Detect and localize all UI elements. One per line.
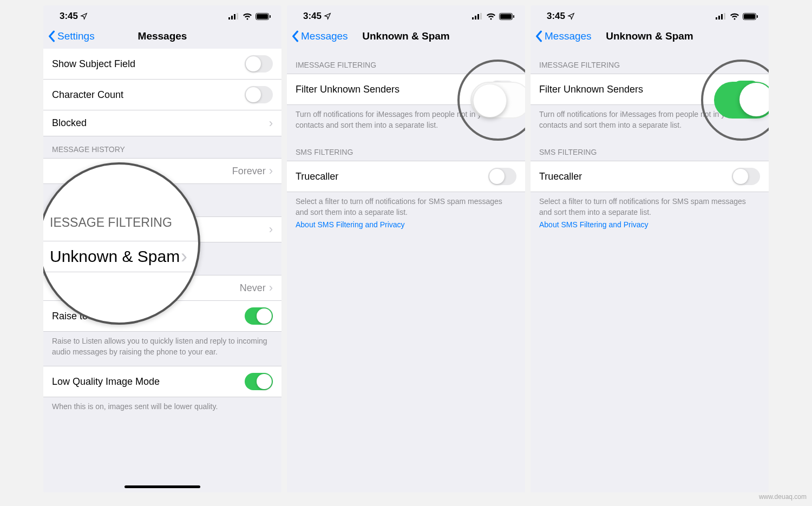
- row-label: Truecaller: [296, 171, 338, 182]
- sms-filtering-header: SMS FILTERING: [287, 139, 525, 161]
- chevron-right-icon: ›: [269, 117, 273, 129]
- sms-footer: Select a filter to turn off notification…: [287, 192, 525, 239]
- svg-rect-13: [513, 15, 514, 18]
- wifi-icon: [730, 13, 739, 20]
- location-arrow-icon: [324, 12, 331, 20]
- low-quality-toggle[interactable]: [245, 373, 273, 390]
- truecaller-row[interactable]: Truecaller: [287, 161, 525, 192]
- row-label: Low Quality Image Mode: [52, 376, 160, 387]
- navigation-bar: Messages Unknown & Spam: [287, 25, 525, 49]
- back-button[interactable]: Messages: [291, 30, 348, 42]
- svg-rect-7: [472, 17, 474, 19]
- big-toggle-on: [714, 82, 769, 119]
- location-arrow-icon: [80, 12, 88, 20]
- nav-title: Unknown & Spam: [362, 30, 450, 42]
- mag-header: IESSAGE FILTERING: [50, 215, 198, 241]
- back-label: Settings: [57, 30, 95, 42]
- wifi-icon: [486, 13, 496, 20]
- raise-footer: Raise to Listen allows you to quickly li…: [43, 332, 281, 366]
- mag-row-label: Unknown & Spam: [50, 247, 180, 266]
- truecaller-row[interactable]: Truecaller: [531, 161, 769, 192]
- row-value: Never: [240, 282, 266, 294]
- navigation-bar: Messages Unknown & Spam: [531, 25, 769, 49]
- back-label: Messages: [545, 30, 592, 42]
- home-indicator[interactable]: [125, 485, 200, 488]
- back-button[interactable]: Messages: [535, 30, 592, 42]
- svg-rect-5: [257, 14, 268, 19]
- svg-rect-20: [757, 15, 758, 18]
- cellular-signal-icon: [716, 13, 726, 19]
- svg-rect-17: [724, 13, 725, 19]
- character-count-toggle[interactable]: [245, 86, 273, 103]
- svg-rect-6: [270, 15, 271, 18]
- row-value: Forever: [232, 166, 266, 177]
- svg-rect-0: [228, 17, 230, 19]
- message-history-header: MESSAGE HISTORY: [43, 136, 281, 158]
- status-time: 3:45: [60, 11, 78, 22]
- svg-rect-1: [231, 16, 233, 19]
- chevron-left-icon: [535, 30, 542, 42]
- big-toggle-off: [470, 82, 525, 119]
- row-label: Character Count: [52, 89, 123, 101]
- svg-rect-3: [237, 13, 238, 19]
- status-time: 3:45: [547, 11, 565, 22]
- nav-title: Unknown & Spam: [606, 30, 693, 42]
- svg-rect-14: [716, 17, 717, 19]
- battery-icon: [743, 13, 758, 20]
- row-label: Filter Unknown Senders: [539, 84, 643, 95]
- status-bar: 3:45: [531, 5, 769, 25]
- lowq-footer: When this is on, images sent will be low…: [43, 397, 281, 421]
- svg-rect-12: [500, 14, 512, 19]
- chevron-right-icon: ›: [269, 282, 273, 294]
- wifi-icon: [243, 13, 252, 20]
- nav-title: Messages: [138, 30, 187, 42]
- row-label: Blocked: [52, 117, 87, 129]
- status-time: 3:45: [303, 11, 322, 22]
- location-arrow-icon: [567, 12, 575, 20]
- sms-footer: Select a filter to turn off notification…: [531, 192, 769, 239]
- sms-privacy-link[interactable]: About SMS Filtering and Privacy: [539, 220, 760, 231]
- magnifier-unknown-spam: IESSAGE FILTERING Unknown & Spam ›: [43, 162, 200, 325]
- svg-rect-8: [475, 16, 476, 19]
- svg-rect-15: [718, 16, 720, 19]
- phone-screen-unknown-spam-on: 3:45 Messages Unknown & Spam IMESSAGE FI…: [531, 5, 769, 492]
- battery-icon: [499, 13, 514, 20]
- cellular-signal-icon: [472, 13, 483, 19]
- show-subject-field-row[interactable]: Show Subject Field: [43, 49, 281, 80]
- navigation-bar: Settings Messages: [43, 25, 281, 49]
- raise-to-listen-toggle[interactable]: [245, 307, 273, 325]
- sms-footer-text: Select a filter to turn off notification…: [539, 197, 746, 216]
- back-label: Messages: [301, 30, 348, 42]
- svg-rect-9: [477, 14, 479, 19]
- svg-rect-16: [721, 14, 723, 19]
- row-label: Show Subject Field: [52, 58, 135, 70]
- sms-privacy-link[interactable]: About SMS Filtering and Privacy: [296, 220, 516, 231]
- truecaller-toggle[interactable]: [488, 168, 516, 185]
- status-bar: 3:45: [287, 5, 525, 25]
- chevron-left-icon: [291, 30, 299, 42]
- sms-filtering-header: SMS FILTERING: [531, 139, 769, 161]
- row-label: Truecaller: [539, 171, 582, 182]
- phone-screen-messages-settings: 3:45 Settings Messages Show Subject Fiel…: [43, 5, 281, 492]
- chevron-right-icon: ›: [181, 247, 187, 266]
- battery-icon: [256, 13, 271, 20]
- sms-footer-text: Select a filter to turn off notification…: [296, 197, 502, 216]
- svg-rect-2: [234, 14, 235, 19]
- truecaller-toggle[interactable]: [732, 168, 760, 185]
- chevron-left-icon: [48, 30, 55, 42]
- row-label: Filter Unknown Senders: [296, 84, 400, 95]
- chevron-right-icon: ›: [269, 224, 273, 235]
- character-count-row[interactable]: Character Count: [43, 80, 281, 110]
- cellular-signal-icon: [228, 13, 239, 19]
- show-subject-toggle[interactable]: [245, 55, 273, 73]
- back-button[interactable]: Settings: [48, 30, 95, 42]
- status-bar: 3:45: [43, 5, 281, 25]
- watermark: www.deuaq.com: [759, 493, 807, 498]
- svg-rect-10: [480, 13, 482, 19]
- blocked-row[interactable]: Blocked ›: [43, 110, 281, 136]
- chevron-right-icon: ›: [269, 165, 273, 177]
- phone-screen-unknown-spam-off: 3:45 Messages Unknown & Spam IMESSAGE FI…: [287, 5, 525, 492]
- low-quality-row[interactable]: Low Quality Image Mode: [43, 366, 281, 397]
- svg-rect-19: [744, 14, 755, 19]
